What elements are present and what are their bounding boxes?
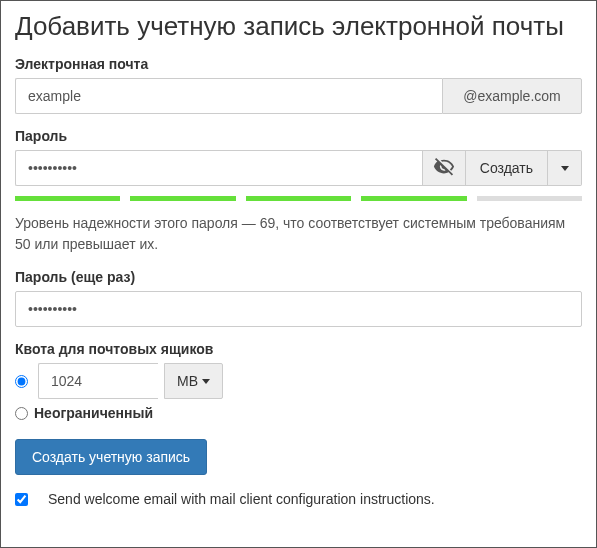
quota-unit-dropdown-button[interactable]: MB bbox=[164, 363, 223, 399]
email-input[interactable] bbox=[15, 78, 442, 114]
quota-value-input[interactable] bbox=[38, 363, 158, 399]
strength-segment bbox=[477, 196, 582, 201]
password-label: Пароль bbox=[15, 128, 582, 144]
email-label: Электронная почта bbox=[15, 56, 582, 72]
eye-off-icon bbox=[433, 156, 455, 181]
password-confirm-label: Пароль (еще раз) bbox=[15, 269, 582, 285]
generate-password-button[interactable]: Создать bbox=[466, 150, 548, 186]
quota-label: Квота для почтовых ящиков bbox=[15, 341, 582, 357]
strength-segment bbox=[130, 196, 235, 201]
quota-unlimited-label: Неограниченный bbox=[34, 405, 153, 421]
password-input[interactable] bbox=[15, 150, 422, 186]
quota-unlimited-radio[interactable] bbox=[15, 407, 28, 420]
page-title: Добавить учетную запись электронной почт… bbox=[15, 11, 582, 42]
password-strength-text: Уровень надежности этого пароля — 69, чт… bbox=[15, 213, 582, 255]
caret-down-icon bbox=[561, 166, 569, 171]
quota-limited-radio[interactable] bbox=[15, 375, 28, 388]
password-options-dropdown-button[interactable] bbox=[548, 150, 582, 186]
caret-down-icon bbox=[202, 379, 210, 384]
send-welcome-label: Send welcome email with mail client conf… bbox=[48, 491, 435, 507]
strength-segment bbox=[361, 196, 466, 201]
create-account-button[interactable]: Создать учетную запись bbox=[15, 439, 207, 475]
password-strength-meter bbox=[15, 196, 582, 201]
email-domain-addon: @example.com bbox=[442, 78, 582, 114]
toggle-password-visibility-button[interactable] bbox=[422, 150, 466, 186]
quota-unit-label: MB bbox=[177, 373, 198, 389]
password-confirm-input[interactable] bbox=[15, 291, 582, 327]
strength-segment bbox=[15, 196, 120, 201]
send-welcome-checkbox[interactable] bbox=[15, 493, 28, 506]
strength-segment bbox=[246, 196, 351, 201]
